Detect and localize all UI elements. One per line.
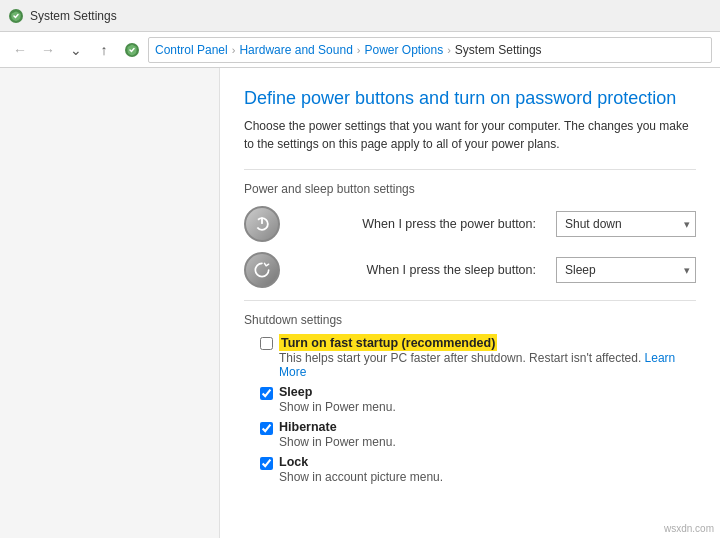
fast-startup-highlight: Turn on fast startup (recommended) [279,334,497,351]
shutdown-section-label: Shutdown settings [244,313,696,327]
power-dropdown-wrapper: Shut down Sleep Hibernate Turn off the d… [556,211,696,237]
sleep-label: Sleep [279,385,396,399]
fast-startup-desc: This helps start your PC faster after sh… [279,351,696,379]
lock-checkbox[interactable] [260,457,273,470]
fast-startup-label: Turn on fast startup (recommended) [279,335,696,350]
hibernate-row: Hibernate Show in Power menu. [260,420,696,449]
nav-icon [124,42,140,58]
up-button[interactable]: ↑ [92,38,116,62]
lock-content: Lock Show in account picture menu. [279,455,443,484]
breadcrumb-hardware-sound[interactable]: Hardware and Sound [239,43,352,57]
content-area: Define power buttons and turn on passwor… [220,68,720,538]
power-sleep-label: Power and sleep button settings [244,182,696,196]
sleep-icon [244,252,280,288]
hibernate-label: Hibernate [279,420,396,434]
divider-1 [244,169,696,170]
breadcrumb-sep-1: › [230,44,238,56]
back-button[interactable]: ← [8,38,32,62]
power-icon [244,206,280,242]
fast-startup-label-text: Turn on fast startup (recommended) [281,336,495,350]
power-button-dropdown[interactable]: Shut down Sleep Hibernate Turn off the d… [556,211,696,237]
address-bar: ← → ⌄ ↑ Control Panel › Hardware and Sou… [0,32,720,68]
hibernate-content: Hibernate Show in Power menu. [279,420,396,449]
sidebar [0,68,220,538]
sleep-checkbox[interactable] [260,387,273,400]
fast-startup-checkbox[interactable] [260,337,273,350]
lock-row: Lock Show in account picture menu. [260,455,696,484]
sleep-content: Sleep Show in Power menu. [279,385,396,414]
recent-button[interactable]: ⌄ [64,38,88,62]
fast-startup-row: Turn on fast startup (recommended) This … [260,335,696,379]
breadcrumb-control-panel[interactable]: Control Panel [155,43,228,57]
title-bar: System Settings [0,0,720,32]
breadcrumb-power-options[interactable]: Power Options [364,43,443,57]
power-button-label: When I press the power button: [292,217,544,231]
power-button-row: When I press the power button: Shut down… [244,206,696,242]
window-icon [8,8,24,24]
sleep-button-dropdown[interactable]: Sleep Shut down Hibernate Turn off the d… [556,257,696,283]
learn-more-link[interactable]: Learn More [279,351,675,379]
hibernate-checkbox[interactable] [260,422,273,435]
hibernate-desc: Show in Power menu. [279,435,396,449]
divider-2 [244,300,696,301]
main-area: Define power buttons and turn on passwor… [0,68,720,538]
forward-button[interactable]: → [36,38,60,62]
fast-startup-content: Turn on fast startup (recommended) This … [279,335,696,379]
breadcrumb-sep-3: › [445,44,453,56]
lock-desc: Show in account picture menu. [279,470,443,484]
breadcrumb: Control Panel › Hardware and Sound › Pow… [148,37,712,63]
lock-label: Lock [279,455,443,469]
breadcrumb-system-settings: System Settings [455,43,542,57]
sleep-row: Sleep Show in Power menu. [260,385,696,414]
sleep-dropdown-wrapper: Sleep Shut down Hibernate Turn off the d… [556,257,696,283]
sleep-button-row: When I press the sleep button: Sleep Shu… [244,252,696,288]
page-title: Define power buttons and turn on passwor… [244,88,696,109]
sleep-button-label: When I press the sleep button: [292,263,544,277]
breadcrumb-sep-2: › [355,44,363,56]
watermark: wsxdn.com [664,523,714,534]
window-title: System Settings [30,9,117,23]
shutdown-section: Shutdown settings Turn on fast startup (… [244,313,696,484]
sleep-desc: Show in Power menu. [279,400,396,414]
page-desc: Choose the power settings that you want … [244,117,696,153]
